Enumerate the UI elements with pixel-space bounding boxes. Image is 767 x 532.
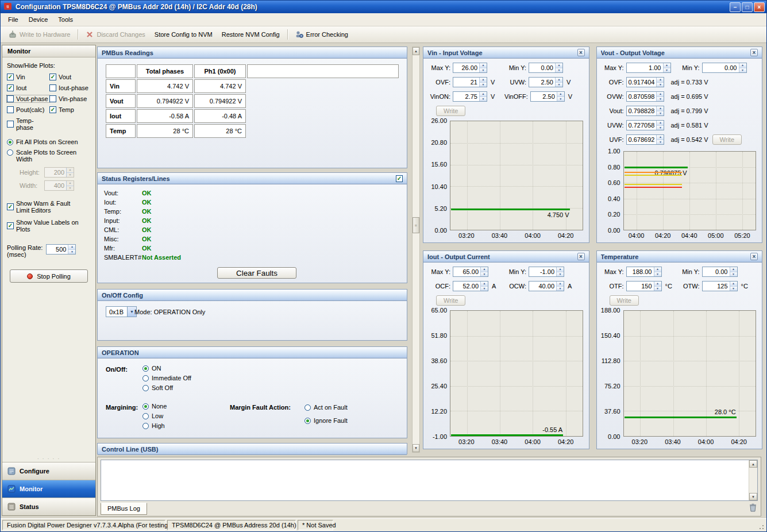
spin-up-icon[interactable]: ▲ [481,267,488,272]
option-show-warn-fault-limit-editors-checkbox[interactable]: ✓ [7,203,14,210]
fault-action-option-ignore-fault-radio[interactable] [305,418,311,424]
spin-down-icon[interactable]: ▼ [730,272,737,277]
spin-down-icon[interactable]: ▼ [557,97,564,102]
plot-vin-vinon-input-arrows[interactable]: ▲▼ [479,92,487,101]
plot-iout-max-y-input-arrows[interactable]: ▲▼ [480,267,488,276]
spin-down-icon[interactable]: ▼ [556,83,562,87]
plot-vin-ovf-input-value[interactable]: 21 [453,78,479,87]
stop-polling-button[interactable]: Stop Polling [10,269,88,283]
plot-iout-max-y-input[interactable]: 65.00▲▼ [453,267,488,277]
plot-iout-ocf-input-arrows[interactable]: ▲▼ [480,282,488,291]
plot-temp-write-button[interactable]: Write [610,295,639,306]
spin-down-icon[interactable]: ▼ [664,68,670,73]
plot-toggle-pout-calc-checkbox[interactable] [7,106,14,113]
plot-iout-max-y-input-value[interactable]: 65.00 [453,267,480,276]
spin-up-icon[interactable]: ▲ [557,267,564,272]
plot-vin-uvw-input-value[interactable]: 2.50 [529,78,555,87]
spin-up-icon[interactable]: ▲ [556,63,562,68]
plot-temp-otf-input[interactable]: 150▲▼ [626,281,662,291]
error-checking-button[interactable]: Error Checking [291,28,353,41]
spin-down-icon[interactable]: ▼ [480,83,487,87]
status-registers-checkbox[interactable]: ✓ [396,175,403,182]
plot-iout-ocw-input[interactable]: 40.00▲▼ [529,281,564,291]
log-scrollbar[interactable]: ▲ ▼ [749,460,757,500]
menu-file[interactable]: File [3,14,24,25]
maximize-icon[interactable]: □ [742,2,753,12]
clear-log-trash-icon[interactable] [747,503,758,512]
menu-tools[interactable]: Tools [53,14,78,25]
plot-vout-max-y-input[interactable]: 1.00▲▼ [626,63,671,73]
plot-toggle-vin-checkbox[interactable]: ✓ [7,74,14,80]
plot-temp-min-y-input-arrows[interactable]: ▲▼ [730,267,737,276]
option-show-value-labels-on-plots[interactable]: ✓Show Value Labels on Plots [7,219,91,233]
margining-option-none[interactable]: None [142,403,167,410]
plot-toggle-iout-checkbox[interactable]: ✓ [7,84,14,91]
onoff-option-immediate-off[interactable]: Immediate Off [142,375,191,381]
scroll-up-icon[interactable]: ▲ [413,47,419,55]
onoff-option-immediate-off-radio[interactable] [142,375,149,381]
plot-toggle-pout-calc[interactable]: Pout(calc) [7,106,49,113]
onoff-option-soft-off[interactable]: Soft Off [142,384,191,391]
plot-vin-max-y-input-arrows[interactable]: ▲▼ [479,63,487,72]
plot-vout-ovw-input[interactable]: 0.870598▲▼ [626,91,665,102]
polling-rate-input-value[interactable]: 500 [47,245,68,254]
margining-option-low-radio[interactable] [142,413,149,419]
spin-up-icon[interactable]: ▲ [481,282,488,287]
plot-iout-min-y-input-value[interactable]: -1.00 [529,267,556,276]
spin-up-icon[interactable]: ▲ [557,282,564,287]
plot-temp-min-y-input[interactable]: 0.00▲▼ [702,267,738,277]
plot-vin-write-button[interactable]: Write [436,106,465,116]
plot-vout-write-button[interactable]: Write [712,134,742,145]
plot-temp-otw-input-value[interactable]: 125 [703,282,730,291]
log-scroll-up-icon[interactable]: ▲ [749,460,757,468]
plot-temp-max-y-input[interactable]: 188.00▲▼ [626,267,662,277]
fit-option-scale-plots-to-screen-width[interactable]: Scale Plots to Screen Width [7,149,91,163]
spin-up-icon[interactable]: ▲ [657,92,664,97]
spin-up-icon[interactable]: ▲ [654,282,661,287]
plot-vout-vout-input[interactable]: 0.798828▲▼ [626,106,665,116]
plot-vin-max-y-input-value[interactable]: 26.00 [453,63,479,72]
close-icon[interactable]: × [754,2,765,12]
plot-iout-ocf-input[interactable]: 52.00▲▼ [453,281,488,291]
spin-up-icon[interactable]: ▲ [657,78,664,83]
spin-up-icon[interactable]: ▲ [557,92,564,97]
pmbus-log-content[interactable]: ▲ ▼ [101,460,758,501]
plot-toggle-temp-phase-checkbox[interactable] [7,121,14,128]
spin-up-icon[interactable]: ▲ [657,121,664,126]
plot-toggle-vout-checkbox[interactable]: ✓ [49,74,56,80]
plot-temp-otw-input[interactable]: 125▲▼ [702,281,738,291]
plot-vin-vinoff-input[interactable]: 2.50▲▼ [530,91,565,102]
plot-close-vin-icon[interactable]: × [577,49,585,56]
log-scroll-down-icon[interactable]: ▼ [749,493,757,500]
plot-vout-vout-input-value[interactable]: 0.798828 [627,106,657,115]
plot-close-iout-icon[interactable]: × [577,253,585,260]
plot-iout-ocw-input-value[interactable]: 40.00 [529,282,556,291]
spin-down-icon[interactable]: ▼ [68,250,75,255]
plot-vin-min-y-input-arrows[interactable]: ▲▼ [555,63,562,72]
plot-iout-ocf-input-value[interactable]: 52.00 [453,282,480,291]
plot-toggle-iout-phase-checkbox[interactable] [49,84,56,91]
spin-up-icon[interactable]: ▲ [556,78,562,83]
spin-down-icon[interactable]: ▼ [657,140,664,145]
plot-iout-min-y-input-arrows[interactable]: ▲▼ [556,267,564,276]
plot-vin-ovf-input-arrows[interactable]: ▲▼ [479,78,487,87]
spin-down-icon[interactable]: ▼ [480,97,487,102]
spin-down-icon[interactable]: ▼ [654,272,661,277]
spin-down-icon[interactable]: ▼ [654,287,661,291]
spin-down-icon[interactable]: ▼ [657,111,664,116]
tab-pmbus-log[interactable]: PMBus Log [101,503,147,515]
option-show-value-labels-on-plots-checkbox[interactable]: ✓ [7,222,14,229]
plot-iout-write-button[interactable]: Write [436,295,465,306]
spin-up-icon[interactable]: ▲ [739,63,746,68]
plot-vin-min-y-input-value[interactable]: 0.00 [529,63,555,72]
scrollbar-thumb[interactable]: ≡ [413,217,419,233]
plot-vin-max-y-input[interactable]: 26.00▲▼ [453,63,487,73]
plot-toggle-vin[interactable]: ✓Vin [7,74,49,80]
spin-up-icon[interactable]: ▲ [664,63,670,68]
plot-temp-otw-input-arrows[interactable]: ▲▼ [730,282,737,291]
plot-temp-otf-input-arrows[interactable]: ▲▼ [654,282,661,291]
plot-vout-min-y-input-value[interactable]: 0.00 [703,63,739,72]
plot-temp-otf-input-value[interactable]: 150 [627,282,654,291]
plot-temp-max-y-input-arrows[interactable]: ▲▼ [654,267,661,276]
plot-vout-max-y-input-value[interactable]: 1.00 [627,63,663,72]
